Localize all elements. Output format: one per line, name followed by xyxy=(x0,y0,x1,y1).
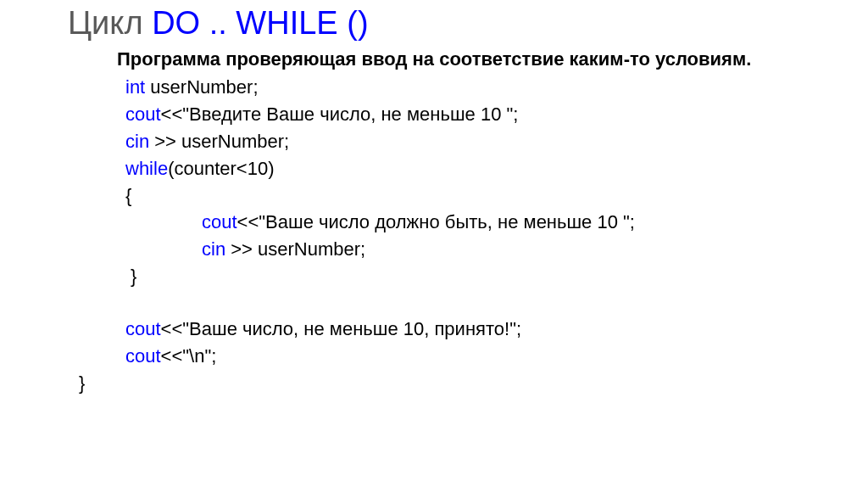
code-line-8: } xyxy=(125,263,868,290)
code-line-1: int userNumber; xyxy=(125,74,868,101)
title-keyword: DO .. WHILE () xyxy=(152,5,368,41)
keyword-cout-2: cout xyxy=(125,318,161,339)
brace-close-outer: } xyxy=(79,372,85,394)
keyword-cout-3: cout xyxy=(125,345,161,367)
code-line-11: } xyxy=(79,370,868,397)
code-text-3: >> userNumber; xyxy=(154,131,289,152)
code-line-4: while(counter<10) xyxy=(125,155,868,182)
keyword-cin-inner: cin xyxy=(202,238,231,260)
slide-subtitle: Программа проверяющая ввод на соответств… xyxy=(117,48,868,70)
keyword-cout-inner: cout xyxy=(202,211,237,232)
code-text-7: >> userNumber; xyxy=(231,238,365,260)
code-line-9: cout<<"Ваше число, не меньше 10, принято… xyxy=(125,316,868,343)
keyword-cin: cin xyxy=(125,131,154,152)
code-line-5: { xyxy=(125,182,868,210)
code-line-10: cout<<"\n"; xyxy=(125,343,868,370)
title-prefix: Цикл xyxy=(68,5,152,41)
code-text-1: userNumber; xyxy=(150,76,258,98)
code-line-2: cout<<"Введите Ваше число, не меньше 10 … xyxy=(125,101,868,128)
brace-open: { xyxy=(125,185,131,206)
code-text-6: <<"Ваше число должно быть, не меньше 10 … xyxy=(237,211,635,232)
brace-close-inner: } xyxy=(125,266,136,287)
code-text-4: (counter<10) xyxy=(168,158,274,179)
code-line-3: cin >> userNumber; xyxy=(125,128,868,155)
code-line-7: cin >> userNumber; xyxy=(125,236,868,263)
code-text-9: <<"Ваше число, не меньше 10, принято!"; xyxy=(161,318,521,339)
slide-title: Цикл DO .. WHILE () xyxy=(68,5,868,42)
code-text-2: <<"Введите Ваше число, не меньше 10 "; xyxy=(161,104,519,125)
code-line-6: cout<<"Ваше число должно быть, не меньше… xyxy=(125,209,868,236)
keyword-int: int xyxy=(125,76,150,98)
code-block: int userNumber; cout<<"Введите Ваше числ… xyxy=(125,74,868,397)
code-text-10: <<"\n"; xyxy=(161,345,217,367)
keyword-cout: cout xyxy=(125,104,161,125)
code-gap xyxy=(125,290,868,316)
keyword-while: while xyxy=(125,158,168,179)
